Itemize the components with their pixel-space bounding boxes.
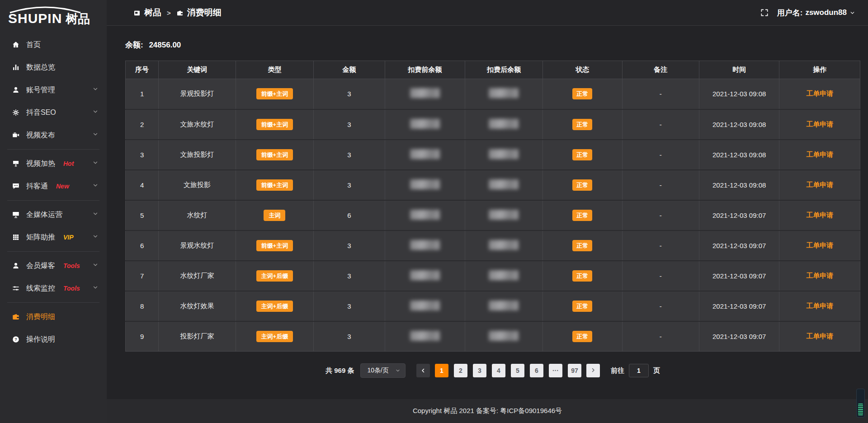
goto-page-input[interactable] [629,364,649,377]
page-button-3[interactable]: 3 [473,364,486,377]
status-badge: 正常 [572,240,592,251]
question-circle-icon: ? [12,335,20,343]
ticket-apply-link[interactable]: 工单申请 [806,89,833,97]
sidebar-item-doketong[interactable]: 抖客通 New [0,175,107,197]
sidebar-item-home[interactable]: 首页 [0,33,107,56]
ticket-apply-link[interactable]: 工单申请 [806,211,833,219]
ticket-apply-link[interactable]: 工单申请 [806,241,833,249]
sidebar-divider [7,200,99,201]
sidebar-item-account[interactable]: 账号管理 [0,79,107,101]
sliders-icon [12,284,20,292]
main-content: 余额: 24856.00 序号 关键词 类型 金额 扣费前余额 扣费后余额 状态… [107,26,868,423]
redacted-value [410,270,440,280]
page-button-6[interactable]: 6 [530,364,543,377]
next-page-button[interactable] [586,364,600,377]
cell-keyword: 景观水纹灯 [159,230,236,261]
cell-balance-before [385,230,465,261]
ticket-apply-link[interactable]: 工单申请 [806,120,833,128]
sidebar-item-clue-monitor[interactable]: 线索监控 Tools [0,277,107,300]
cell-status: 正常 [543,321,623,352]
cell-time: 2021-12-03 09:07 [699,321,779,352]
page-button-97[interactable]: 97 [568,364,581,377]
sidebar-item-data-overview[interactable]: 数据总览 [0,56,107,79]
cell-balance-after [465,261,542,291]
redacted-value [410,331,440,341]
sidebar-item-video-heat[interactable]: 视频加热 Hot [0,152,107,175]
breadcrumb-current: 消费明细 [187,7,222,19]
cell-index: 3 [126,140,159,170]
redacted-value [489,210,519,220]
cell-remark: - [622,79,699,109]
page-button-2[interactable]: 2 [454,364,467,377]
ticket-apply-link[interactable]: 工单申请 [806,150,833,158]
ticket-apply-link[interactable]: 工单申请 [806,332,833,340]
table-row: 7 水纹灯厂家 主词+后缀 3 正常 - 2021-12-03 09:07 工单… [126,261,860,291]
footer: Copyright 树品 2021 备案号: 粤ICP备09019646号 [107,399,868,423]
chevron-down-icon [92,233,99,241]
goto-suffix: 页 [653,367,660,375]
cell-time: 2021-12-03 09:07 [699,230,779,261]
sidebar-item-douyin-seo[interactable]: 抖音SEO [0,101,107,124]
wallet-icon [176,9,184,16]
mini-widget [856,389,865,418]
page-ellipsis-button[interactable]: ··· [549,364,562,377]
sidebar-item-consumption-detail[interactable]: 消费明细 [0,306,107,328]
user-menu[interactable]: 用户名: zswodun88 [777,8,855,18]
site-icon [133,9,141,16]
balance-label: 余额: [125,41,143,49]
breadcrumb-root[interactable]: 树品 [144,7,161,19]
ticket-apply-link[interactable]: 工单申请 [806,302,833,310]
cell-status: 正常 [543,200,623,230]
breadcrumb-separator: > [167,9,171,17]
type-badge: 主词+后缀 [256,270,293,282]
sidebar-item-member-leads[interactable]: 会员爆客 Tools [0,254,107,277]
sidebar-item-video-publish[interactable]: 视频发布 [0,124,107,146]
breadcrumb: 树品 > 消费明细 [133,7,222,19]
logo-arc-icon [7,6,83,14]
cell-amount: 3 [314,170,385,200]
redacted-value [489,270,519,280]
ticket-apply-link[interactable]: 工单申请 [806,181,833,188]
cell-type: 前缀+主词 [236,170,313,200]
cell-balance-after [465,109,542,140]
cell-remark: - [622,261,699,291]
cell-balance-before [385,170,465,200]
redacted-value [489,179,519,189]
user-label: 用户名: [777,8,803,18]
ticket-apply-link[interactable]: 工单申请 [806,272,833,279]
col-header-balance-after: 扣费后余额 [465,61,542,79]
cell-type: 主词+后缀 [236,321,313,352]
fullscreen-icon[interactable] [760,8,769,17]
cell-keyword: 文旅投影灯 [159,140,236,170]
cell-index: 5 [126,200,159,230]
sidebar-item-omnimedia[interactable]: 全媒体运营 [0,203,107,226]
cell-amount: 3 [314,230,385,261]
status-badge: 正常 [572,149,592,160]
cell-status: 正常 [543,230,623,261]
balance: 余额: 24856.00 [125,40,860,50]
hot-badge: Hot [63,160,74,167]
chevron-down-icon [92,160,99,168]
home-icon [12,41,20,49]
table-row: 8 水纹灯效果 主词+后缀 3 正常 - 2021-12-03 09:07 工单… [126,291,860,321]
chevron-down-icon [92,262,99,270]
sidebar-item-instructions[interactable]: ? 操作说明 [0,328,107,351]
page-size-select[interactable]: 10条/页 [360,363,405,378]
page-button-1[interactable]: 1 [435,364,448,377]
redacted-value [410,210,440,220]
cell-keyword: 景观投影灯 [159,79,236,109]
pagination: 共 969 条 10条/页 1 2 3 4 5 6 ··· 97 前往 页 [125,363,860,378]
sidebar-item-matrix-boost[interactable]: 矩阵助推 VIP [0,226,107,249]
prev-page-button[interactable] [416,364,430,377]
cell-balance-before [385,200,465,230]
page-button-5[interactable]: 5 [511,364,524,377]
user-icon [12,86,20,94]
cell-amount: 3 [314,140,385,170]
redacted-value [489,119,519,129]
tools-badge: Tools [63,285,80,292]
page-button-4[interactable]: 4 [492,364,505,377]
cell-action: 工单申请 [779,291,860,321]
type-badge: 主词 [264,210,285,221]
status-badge: 正常 [572,210,592,221]
sidebar-nav: 首页 数据总览 账号管理 抖音SEO 视频发布 视频加热 Hot [0,33,107,351]
